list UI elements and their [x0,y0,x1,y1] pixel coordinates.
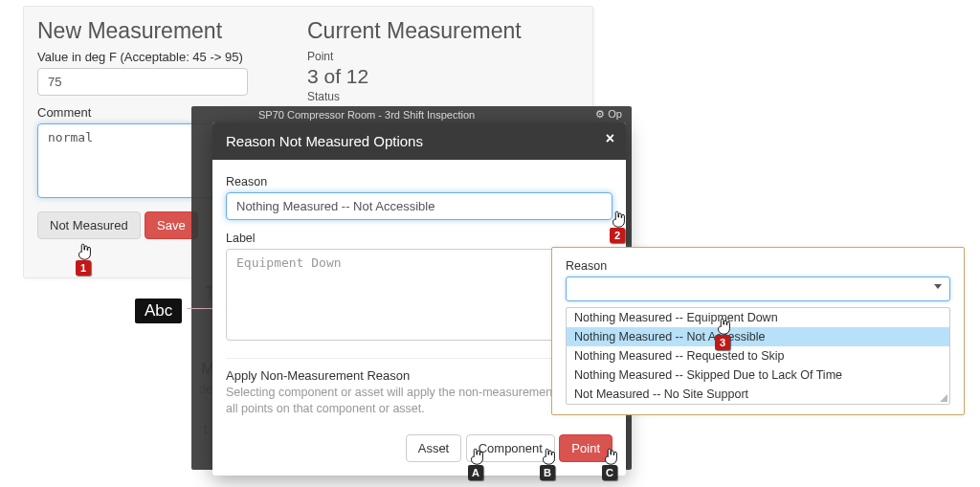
annotation-line [187,308,213,309]
current-measurement-title: Current Measurement [307,18,575,44]
reason-option[interactable]: Nothing Measured -- Equipment Down [567,308,949,327]
label-label: Label [226,232,612,245]
value-label: Value in deg F (Acceptable: 45 -> 95) [37,50,290,64]
save-button[interactable]: Save [145,211,198,239]
reason-input[interactable] [226,192,612,220]
reason-dropdown-panel: Reason Nothing Measured -- Equipment Dow… [551,247,965,415]
abc-badge: Abc [135,299,182,323]
value-input[interactable] [37,68,248,96]
not-measured-button[interactable]: Not Measured [37,211,141,239]
reason-option[interactable]: Nothing Measured -- Not Accessible [567,327,949,346]
reason-pop-label: Reason [566,259,950,273]
breadcrumb-text: SP70 Compressor Room - 3rd Shift Inspect… [191,106,632,121]
reason-select[interactable] [566,277,950,301]
resize-handle-icon [940,394,947,402]
component-button[interactable]: Component [466,434,555,462]
chevron-down-icon [934,284,942,289]
point-label: Point [307,50,575,63]
status-label: Status [307,90,575,103]
close-icon[interactable]: × [606,131,614,146]
modal-header: Reason Not Measured Options × [212,122,626,160]
reason-option[interactable]: Not Measured -- No Site Support [567,385,949,404]
gear-icon: ⚙ Op [595,108,622,121]
point-button[interactable]: Point [559,434,612,462]
reason-label: Reason [226,175,612,188]
new-measurement-title: New Measurement [37,18,290,44]
modal-title: Reason Not Measured Options [226,133,423,149]
reason-options-list[interactable]: Nothing Measured -- Equipment Down Nothi… [566,307,950,405]
point-value: 3 of 12 [307,65,575,88]
reason-option[interactable]: Nothing Measured -- Skipped Due to Lack … [567,365,949,385]
reason-option[interactable]: Nothing Measured -- Requested to Skip [567,346,949,365]
asset-button[interactable]: Asset [406,434,462,462]
